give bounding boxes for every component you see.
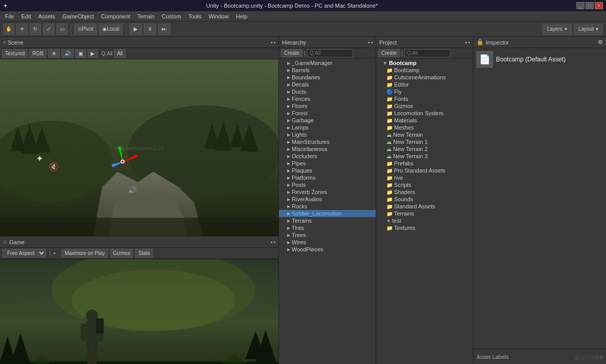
pivot-button[interactable]: ⊙ Pivot bbox=[74, 24, 97, 35]
project-item[interactable]: 📁 Pro Standard Assets bbox=[376, 167, 473, 174]
project-item[interactable]: 📁 Editor bbox=[376, 81, 473, 88]
project-item-locomotion[interactable]: 📁 Locomotion System bbox=[376, 110, 473, 117]
menu-custom[interactable]: Custom bbox=[159, 12, 184, 20]
list-item[interactable]: ▶ Occluders bbox=[279, 153, 376, 160]
list-item[interactable]: ▶ WoodPieces bbox=[279, 246, 376, 253]
list-item[interactable]: ▶ Posts bbox=[279, 181, 376, 188]
unity-logo: ✦ bbox=[3, 3, 8, 9]
list-item[interactable]: ▶ Barrels bbox=[279, 67, 376, 74]
pause-button[interactable]: ⏸ bbox=[144, 24, 156, 35]
list-item[interactable]: ▶ MainStructures bbox=[279, 138, 376, 145]
menu-help[interactable]: Help bbox=[233, 12, 251, 20]
tool-hand[interactable]: ✋ bbox=[3, 24, 14, 35]
project-item-bootcamp-root[interactable]: ▼ Bootcamp bbox=[376, 59, 473, 67]
aspect-dropdown[interactable]: Free Aspect bbox=[2, 249, 46, 258]
project-item[interactable]: 📁 Textures bbox=[376, 224, 473, 231]
gizmos-btn[interactable]: Gizmos bbox=[110, 249, 134, 258]
list-item[interactable]: ▶ Pipes bbox=[279, 160, 376, 167]
list-item[interactable]: ▶ Wires bbox=[279, 239, 376, 246]
tool-rect[interactable]: ▭ bbox=[56, 24, 68, 35]
menu-edit[interactable]: Edit bbox=[18, 12, 34, 20]
list-item[interactable]: ▶ Platforms bbox=[279, 174, 376, 181]
local-button[interactable]: ◉ Local bbox=[99, 24, 123, 35]
scene-rgb-btn[interactable]: RGB bbox=[29, 49, 47, 58]
stats-btn[interactable]: Stats bbox=[135, 249, 153, 258]
project-item[interactable]: 📁 Standard Assets bbox=[376, 203, 473, 210]
list-item[interactable]: ▶ Trees bbox=[279, 231, 376, 239]
menu-file[interactable]: File bbox=[2, 12, 17, 20]
project-item-terrain2[interactable]: ⛰ New Terrain 2 bbox=[376, 145, 473, 153]
tool-move[interactable]: ✛ bbox=[16, 24, 28, 35]
minimize-button[interactable]: _ bbox=[576, 2, 585, 9]
layout-dropdown[interactable]: Layout ▾ bbox=[574, 24, 603, 35]
scene-audio-btn[interactable]: 🔊 bbox=[61, 49, 74, 58]
list-item-active[interactable]: ▶ Soldier_Locomotion bbox=[279, 210, 376, 217]
hierarchy-search[interactable] bbox=[307, 49, 353, 57]
list-item[interactable]: ▶ Reverb Zones bbox=[279, 188, 376, 196]
project-item-terrain1[interactable]: ⛰ New Terrain 1 bbox=[376, 138, 473, 145]
game-viewport[interactable] bbox=[0, 259, 278, 364]
scene-light-btn[interactable]: ☀ bbox=[48, 49, 60, 58]
play-button[interactable]: ▶ bbox=[129, 24, 142, 35]
project-item[interactable]: 📁 Prefabs bbox=[376, 160, 473, 167]
project-item[interactable]: 📁 Gizmos bbox=[376, 102, 473, 110]
list-item[interactable]: ▶ Ducts bbox=[279, 88, 376, 95]
project-item-terrain3[interactable]: ⛰ New Terrain 3 bbox=[376, 153, 473, 160]
layers-dropdown[interactable]: Layers ▾ bbox=[543, 24, 572, 35]
step-button[interactable]: ⏭ bbox=[158, 24, 170, 35]
maximize-button[interactable]: □ bbox=[586, 2, 594, 9]
list-item[interactable]: ▶ Tires bbox=[279, 224, 376, 231]
project-item[interactable]: 📁 CutsceneAnimations bbox=[376, 74, 473, 81]
scene-viewport[interactable]: 🔇 🔊 ✦ blog.net/liuyuehui110 bbox=[0, 59, 278, 236]
project-item[interactable]: 📁 rive bbox=[376, 174, 473, 181]
project-item[interactable]: 📁 Scripts bbox=[376, 181, 473, 188]
project-item-sounds[interactable]: 📁 Sounds bbox=[376, 196, 473, 203]
project-search[interactable] bbox=[404, 49, 450, 57]
list-item[interactable]: ▶ Lights bbox=[279, 131, 376, 138]
scene-vid-btn[interactable]: ▶ bbox=[88, 49, 98, 58]
menu-gameobject[interactable]: GameObject bbox=[59, 12, 97, 20]
list-item[interactable]: ▶ Terrains bbox=[279, 217, 376, 224]
project-item[interactable]: 📁 Terrains bbox=[376, 210, 473, 217]
list-item[interactable]: ▶ Forest bbox=[279, 110, 376, 117]
list-item[interactable]: ▶ Decals bbox=[279, 81, 376, 88]
list-item[interactable]: ▶ RiverAudios bbox=[279, 196, 376, 203]
project-item[interactable]: 📁 Materials bbox=[376, 117, 473, 124]
list-item[interactable]: ▶ Fences bbox=[279, 95, 376, 102]
maximize-play-btn[interactable]: Maximize on Play bbox=[61, 249, 107, 258]
list-item[interactable]: ▶ Garbage bbox=[279, 117, 376, 124]
close-button[interactable]: × bbox=[595, 2, 603, 9]
project-item[interactable]: 🔵 Fly bbox=[376, 88, 473, 95]
arrow-icon: ▶ bbox=[287, 233, 290, 238]
project-item[interactable]: 📁 Bootcamp bbox=[376, 67, 473, 74]
menu-window[interactable]: Window bbox=[206, 12, 232, 20]
list-item[interactable]: ▶ Boundaries bbox=[279, 74, 376, 81]
menu-tools[interactable]: Tools bbox=[185, 12, 205, 20]
project-item[interactable]: 📁 Fonts bbox=[376, 95, 473, 102]
hierarchy-create-btn[interactable]: Create bbox=[281, 49, 302, 57]
menu-component[interactable]: Component bbox=[98, 12, 133, 20]
project-item[interactable]: ✦ test bbox=[376, 217, 473, 224]
list-item[interactable]: ▶ Lamps bbox=[279, 124, 376, 131]
tool-rotate[interactable]: ↻ bbox=[30, 24, 41, 35]
arrow-icon: ▶ bbox=[287, 140, 290, 144]
project-title: Project bbox=[379, 39, 397, 46]
list-item[interactable]: ▶ Miscellaneous bbox=[279, 145, 376, 153]
list-item[interactable]: ▶ Floors bbox=[279, 102, 376, 110]
project-item[interactable]: 📁 Shaders bbox=[376, 188, 473, 196]
settings-icon[interactable]: ⚙ bbox=[598, 39, 603, 45]
list-item[interactable]: ▶ Plaques bbox=[279, 167, 376, 174]
project-item[interactable]: 📁 Meshes bbox=[376, 124, 473, 131]
scene-textured-btn[interactable]: Textured bbox=[2, 49, 28, 58]
scene-all-btn[interactable]: All bbox=[114, 49, 126, 58]
list-item[interactable]: ▶ _GameManager bbox=[279, 59, 376, 67]
layers-label: Layers bbox=[547, 26, 562, 32]
project-create-btn[interactable]: Create bbox=[378, 49, 400, 57]
item-label: Floors bbox=[292, 103, 308, 109]
project-item-terrain[interactable]: ⛰ New Terrain bbox=[376, 131, 473, 138]
menu-assets[interactable]: Assets bbox=[35, 12, 58, 20]
list-item[interactable]: ▶ Rocks bbox=[279, 203, 376, 210]
tool-scale[interactable]: ⤢ bbox=[43, 24, 54, 35]
scene-img-btn[interactable]: ▣ bbox=[75, 49, 86, 58]
menu-terrain[interactable]: Terrain bbox=[134, 12, 158, 20]
